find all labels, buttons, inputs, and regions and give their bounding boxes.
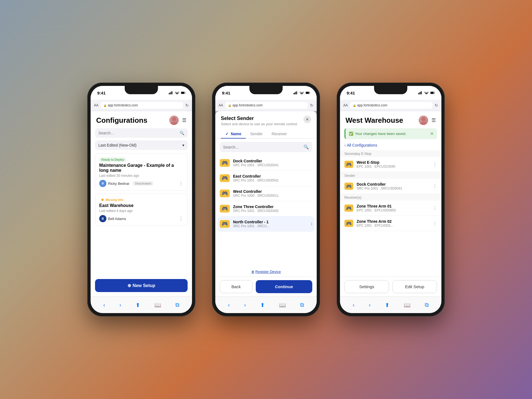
browser-url-2[interactable]: 🔒 app.fortrobotics.com xyxy=(225,102,308,109)
device-icon-east: 🎮 xyxy=(220,174,230,182)
more-options-icon-arm01[interactable]: ⋮ xyxy=(433,206,437,211)
modal-sheet: Select Sender Select one device to use a… xyxy=(215,111,317,296)
reload-icon-2[interactable]: ↻ xyxy=(310,103,313,108)
back-nav-1[interactable]: ‹ xyxy=(103,302,105,308)
search-bar-1[interactable]: 🔍 xyxy=(95,128,188,138)
modal-close-button[interactable]: ✕ xyxy=(303,116,311,123)
back-button[interactable]: Back xyxy=(220,280,252,293)
notch-2 xyxy=(249,86,283,94)
device-north-controller[interactable]: 🎮 North Controller - 1 SRC Pro 1001 · SR… xyxy=(218,216,314,232)
notch-3 xyxy=(374,86,407,94)
bookmarks-icon-2[interactable]: 📖 xyxy=(279,302,286,308)
success-close-button[interactable]: ✕ xyxy=(430,131,434,136)
device-icon-arm02: 🎮 xyxy=(344,220,353,227)
notch-1 xyxy=(125,86,158,94)
avatar-3[interactable] xyxy=(419,116,428,125)
more-options-icon-maintenance[interactable]: ⋮ xyxy=(178,180,183,186)
svg-point-23 xyxy=(421,117,425,121)
success-text: ✅ Your changes have been saved. xyxy=(349,132,406,136)
register-device-link[interactable]: ⊕ Register Device xyxy=(215,267,317,277)
device-info-east: East Controller SRC Pro 1001 · SRCUSD054… xyxy=(233,174,312,182)
modal-search-input[interactable] xyxy=(223,145,301,149)
device-row-info-dock: Dock Controller SRC Pro 1001 · SRCUSD004… xyxy=(357,182,429,190)
device-zone-three-arm-01[interactable]: 🎮 Zone Three Arm 01 EPC 1001 · EPCUSD085… xyxy=(340,201,441,216)
device-row-info-arm01: Zone Three Arm 01 EPC 1001 · EPCUSD0850 xyxy=(357,204,429,212)
tab-receiver[interactable]: Receiver xyxy=(267,129,291,138)
device-east-controller[interactable]: 🎮 East Controller SRC Pro 1001 · SRCUSD0… xyxy=(220,171,312,186)
hamburger-icon-3[interactable]: ☰ xyxy=(431,117,436,123)
ready-badge: Ready to Deploy xyxy=(99,157,126,162)
chevron-down-icon-1: ▾ xyxy=(182,143,184,147)
bookmarks-icon-1[interactable]: 📖 xyxy=(154,302,161,308)
share-icon-1[interactable]: ⬆ xyxy=(135,302,140,308)
device-west-estop[interactable]: 🎮 West E-Stop EPC 1001 · EPCUS23040 ⋮ xyxy=(340,157,441,172)
bottom-bar-3: ‹ › ⬆ 📖 ⧉ xyxy=(340,296,441,313)
select-sender-page: Select Sender Select one device to use a… xyxy=(215,111,317,296)
svg-rect-12 xyxy=(296,91,297,94)
reload-icon-1[interactable]: ↻ xyxy=(185,103,189,108)
device-dock-controller[interactable]: 🎮 Dock Controller SRC Pro 1001 · SRCUSD0… xyxy=(220,155,312,171)
sort-bar-1[interactable]: Last Edited (New-Old) ▾ xyxy=(95,140,188,150)
back-nav-3[interactable]: ‹ xyxy=(353,302,355,308)
config-card-maintenance[interactable]: Ready to Deploy Maintenance Garage - Exa… xyxy=(95,153,188,191)
user-avatar-ricky: R xyxy=(99,180,106,187)
tabs-icon-1[interactable]: ⧉ xyxy=(175,302,179,308)
continue-button[interactable]: Continue xyxy=(256,280,312,293)
browser-bar-3: AA 🔒 app.fortrobotics.com ↻ xyxy=(340,100,441,111)
forward-nav-2[interactable]: › xyxy=(244,302,246,308)
more-options-icon-east[interactable]: ⋮ xyxy=(178,216,183,222)
status-bar-3: 9:41 xyxy=(340,86,441,100)
check-circle-icon: ✅ xyxy=(349,132,353,136)
user-avatar-bell: B xyxy=(99,215,106,222)
page-title-3: West Warehouse xyxy=(346,116,403,125)
settings-button[interactable]: Settings xyxy=(344,280,389,293)
config-meta-east: Last edited 4 days ago xyxy=(99,209,183,213)
device-zone-three-controller[interactable]: 🎮 Zone Three Controller SRC Pro 1001 · S… xyxy=(220,201,312,216)
forward-nav-1[interactable]: › xyxy=(119,302,121,308)
edit-setup-button[interactable]: Edit Setup xyxy=(392,280,437,293)
share-icon-2[interactable]: ⬆ xyxy=(260,302,265,308)
tabs-icon-2[interactable]: ⧉ xyxy=(300,302,304,308)
battery-icon-1 xyxy=(181,91,185,94)
back-to-configs-link[interactable]: ‹ All Configurations xyxy=(340,142,441,150)
device-icon-arm01: 🎮 xyxy=(344,204,353,212)
svg-rect-15 xyxy=(306,92,309,94)
browser-url-3[interactable]: 🔒 app.fortrobotics.com xyxy=(350,102,433,109)
tab-sender[interactable]: Sender xyxy=(246,129,267,138)
device-dock-controller-row[interactable]: 🎮 Dock Controller SRC Pro 1001 · SRCUSD0… xyxy=(340,179,441,194)
share-icon-3[interactable]: ⬆ xyxy=(385,302,390,308)
success-banner: ✅ Your changes have been saved. ✕ xyxy=(344,128,437,139)
device-info-north: North Controller - 1 SRC Pro 1001 · SRCU… xyxy=(233,220,308,228)
browser-bar-2: AA 🔒 app.fortrobotics.com ↻ xyxy=(215,100,317,111)
info-icon-north[interactable]: ℹ xyxy=(311,222,312,226)
bottom-bar-2: ‹ › ⬆ 📖 ⧉ xyxy=(215,296,317,313)
device-west-controller[interactable]: 🎮 West Controller SRC Pro 1000 · SRCUSD0… xyxy=(220,186,312,201)
device-zone-three-arm-02[interactable]: 🎮 Zone Three Arm 02 EPC 1001 · EPCUSD0..… xyxy=(340,216,441,231)
lock-icon-3: 🔒 xyxy=(353,104,356,107)
back-nav-2[interactable]: ‹ xyxy=(228,302,230,308)
search-input-1[interactable] xyxy=(98,131,177,135)
svg-rect-6 xyxy=(181,92,184,94)
section-label-receivers: Receiver(s) xyxy=(340,194,441,201)
reload-icon-3[interactable]: ↻ xyxy=(435,103,438,108)
new-setup-button[interactable]: ⊕ New Setup xyxy=(95,279,188,292)
browser-bar-1: AA 🔒 app.fortrobotics.com ↻ xyxy=(91,100,192,111)
lock-icon-2: 🔒 xyxy=(228,104,231,107)
bookmarks-icon-3[interactable]: 📖 xyxy=(404,302,411,308)
hamburger-icon-1[interactable]: ☰ xyxy=(182,117,186,123)
more-options-icon-arm02[interactable]: ⋮ xyxy=(433,221,437,226)
tab-name[interactable]: ✓ Name xyxy=(221,129,246,138)
more-options-icon-estop[interactable]: ⋮ xyxy=(433,162,437,167)
tabs-icon-3[interactable]: ⧉ xyxy=(425,302,429,308)
status-time-3: 9:41 xyxy=(347,91,355,95)
config-card-east-warehouse[interactable]: Missing Info East Warehouse Last edited … xyxy=(95,193,188,226)
device-list: 🎮 Dock Controller SRC Pro 1001 · SRCUSD0… xyxy=(215,155,317,267)
more-options-icon-dock[interactable]: ⋮ xyxy=(433,184,437,189)
avatar-1[interactable] xyxy=(169,116,179,125)
browser-url-1[interactable]: 🔒 app.fortrobotics.com xyxy=(101,102,183,109)
missing-dot xyxy=(101,199,104,201)
forward-nav-3[interactable]: › xyxy=(369,302,371,308)
svg-rect-19 xyxy=(421,91,422,94)
svg-rect-18 xyxy=(420,92,421,94)
modal-search-bar[interactable]: 🔍 xyxy=(220,142,312,152)
